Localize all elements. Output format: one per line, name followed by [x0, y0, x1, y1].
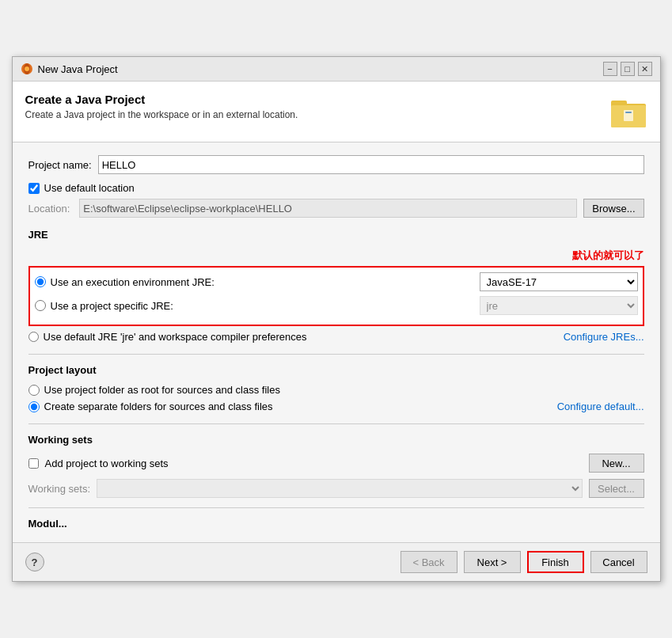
layout-option1-label: Use project folder as root for sources a… [44, 384, 644, 396]
location-input[interactable] [79, 199, 577, 218]
svg-rect-7 [625, 112, 632, 113]
working-sets-select-row: Working sets: Select... [28, 479, 644, 498]
header-text: Create a Java Project Create a Java proj… [25, 93, 298, 120]
eclipse-icon [21, 63, 33, 75]
layout-option1-radio[interactable] [28, 385, 40, 396]
jre-specific-select[interactable]: jre [480, 296, 638, 315]
jre-section: JRE 默认的就可以了 Use an execution environment… [28, 229, 644, 343]
footer: ? < Back Next > Finish Cancel [13, 542, 660, 581]
minimize-button[interactable]: − [603, 62, 617, 76]
layout-option1-row: Use project folder as root for sources a… [28, 384, 644, 396]
add-working-sets-checkbox[interactable] [28, 458, 39, 469]
header-description: Create a Java project in the workspace o… [25, 109, 298, 120]
modules-label: Modul... [28, 518, 644, 530]
configure-jres-link[interactable]: Configure JREs... [564, 331, 644, 343]
jre-option1-radio[interactable] [35, 276, 46, 287]
section-divider-1 [28, 354, 644, 355]
jre-option3-radio[interactable] [28, 332, 39, 342]
working-sets-section: Working sets Add project to working sets… [28, 434, 644, 498]
use-default-location-checkbox[interactable] [28, 183, 40, 194]
cancel-button[interactable]: Cancel [590, 551, 647, 573]
select-working-set-button[interactable]: Select... [589, 479, 644, 498]
svg-point-2 [25, 66, 29, 71]
use-default-location-row: Use default location [28, 182, 644, 194]
layout-option2-row: Create separate folders for sources and … [28, 401, 644, 412]
jre-annotation: 默认的就可以了 [28, 249, 644, 263]
back-button[interactable]: < Back [401, 551, 457, 573]
jre-box: Use an execution environment JRE: JavaSE… [28, 266, 644, 326]
use-default-location-label: Use default location [44, 182, 135, 194]
jre-section-title: JRE [28, 229, 644, 241]
title-bar-left: New Java Project [21, 63, 118, 75]
working-sets-select[interactable] [97, 479, 582, 498]
working-sets-label: Working sets: [28, 483, 91, 495]
project-name-label: Project name: [28, 159, 92, 171]
dialog: New Java Project − □ ✕ Create a Java Pro… [12, 56, 661, 582]
section-divider-2 [28, 423, 644, 424]
jre-option2-label: Use a project specific JRE: [51, 300, 475, 312]
header-section: Create a Java Project Create a Java proj… [13, 82, 660, 142]
main-content: Project name: Use default location Locat… [13, 142, 660, 542]
project-name-row: Project name: [28, 155, 644, 174]
project-layout-section: Project layout Use project folder as roo… [28, 364, 644, 412]
location-label: Location: [28, 203, 70, 215]
header-title: Create a Java Project [25, 93, 298, 106]
jre-option2-row: Use a project specific JRE: jre [35, 296, 638, 315]
project-name-input[interactable] [98, 155, 644, 174]
jre-option2-radio[interactable] [35, 300, 46, 311]
location-row: Location: Browse... [28, 199, 644, 218]
browse-button[interactable]: Browse... [583, 199, 644, 218]
maximize-button[interactable]: □ [621, 62, 635, 76]
jre-option3-label: Use default JRE 'jre' and workspace comp… [44, 331, 559, 343]
footer-right: < Back Next > Finish Cancel [401, 551, 647, 573]
footer-left: ? [25, 553, 44, 572]
project-layout-title: Project layout [28, 364, 644, 376]
next-button[interactable]: Next > [464, 551, 521, 573]
title-bar: New Java Project − □ ✕ [13, 57, 660, 82]
help-button[interactable]: ? [25, 553, 44, 572]
new-working-set-button[interactable]: New... [589, 454, 644, 473]
jre-option1-label: Use an execution environment JRE: [51, 276, 475, 288]
add-working-sets-label: Add project to working sets [45, 458, 169, 469]
jre-option3-row: Use default JRE 'jre' and workspace comp… [28, 331, 644, 343]
title-bar-title: New Java Project [38, 63, 118, 75]
add-working-sets-row: Add project to working sets New... [28, 454, 644, 473]
title-bar-controls: − □ ✕ [603, 62, 652, 76]
configure-default-link[interactable]: Configure default... [557, 401, 644, 412]
jre-execution-env-select[interactable]: JavaSE-17 [480, 272, 638, 291]
layout-option2-label: Create separate folders for sources and … [44, 401, 552, 412]
jre-option1-row: Use an execution environment JRE: JavaSE… [35, 272, 638, 291]
layout-option2-radio[interactable] [28, 401, 40, 412]
section-divider-3 [28, 507, 644, 508]
close-button[interactable]: ✕ [638, 62, 652, 76]
finish-button[interactable]: Finish [527, 551, 584, 573]
folder-icon [609, 93, 647, 131]
working-sets-title: Working sets [28, 434, 644, 446]
